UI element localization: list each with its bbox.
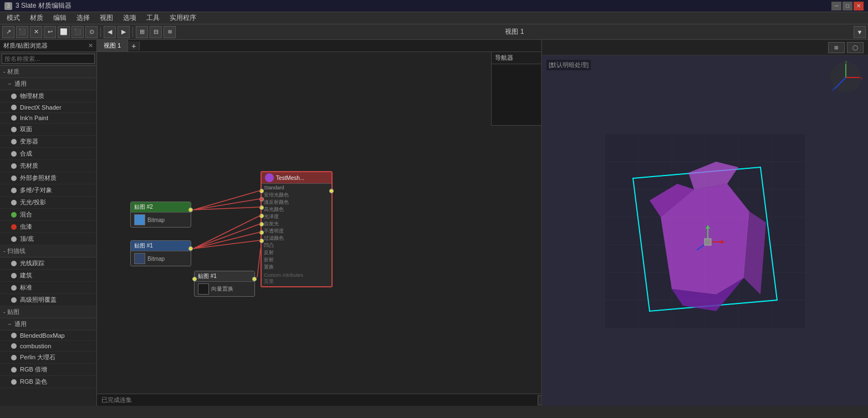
node-input-port-2[interactable] [259, 197, 264, 202]
menu-select[interactable]: 选择 [72, 12, 94, 24]
list-item[interactable]: 虫漆 [0, 221, 96, 233]
list-item[interactable]: 高级照明覆盖 [0, 294, 96, 306]
toolbar-btn-5[interactable]: ⬜ [58, 26, 70, 38]
node-output-port[interactable] [188, 246, 193, 251]
menu-edit[interactable]: 编辑 [49, 12, 71, 24]
section-scanline[interactable]: - 扫描线 [0, 245, 96, 257]
mat-dot [11, 176, 17, 181]
mat-dot [11, 151, 17, 157]
viewport-3d[interactable]: [默认明暗处理] X Y Z [542, 55, 868, 406]
menu-material[interactable]: 材质 [25, 12, 48, 24]
toolbar-btn-8[interactable]: ◀ [104, 26, 116, 38]
node-input-port-3[interactable] [259, 205, 264, 210]
list-item[interactable]: Ink'n Paint [0, 113, 96, 123]
mat-dot [11, 343, 17, 349]
list-item[interactable]: 变形器 [0, 136, 96, 148]
menu-options[interactable]: 选项 [119, 12, 141, 24]
list-item[interactable]: Perlin 大理石 [0, 352, 96, 364]
toolbar-btn-6[interactable]: ⬛ [72, 26, 84, 38]
mat-dot [11, 139, 17, 145]
list-item[interactable]: 外部参照材质 [0, 172, 96, 184]
toolbar-separator-1 [100, 27, 101, 37]
toolbar-btn-10[interactable]: ⊞ [136, 26, 148, 38]
mat-dot [11, 200, 17, 205]
mat-dot [11, 333, 17, 338]
node-output-port[interactable] [252, 277, 257, 281]
list-item[interactable]: 合成 [0, 148, 96, 160]
node-input-port-6[interactable] [259, 230, 264, 235]
minimize-button[interactable]: ─ [831, 2, 841, 11]
list-item[interactable]: 多维/子对象 [0, 184, 96, 197]
toolbar-btn-1[interactable]: ↗ [2, 26, 14, 38]
mat-dot [11, 115, 17, 121]
mat-dot [11, 163, 17, 169]
list-item[interactable]: 物理材质 [0, 90, 96, 102]
node-bitmap1[interactable]: 贴图 #1 Bitmap [130, 240, 191, 266]
list-item[interactable]: RGB 染色 [0, 376, 96, 388]
mat-dot [11, 285, 17, 291]
mat-dot [11, 188, 17, 193]
viewport-panel: ⊞ ◯ [默认明暗处理] X Y Z [541, 40, 868, 406]
menu-view[interactable]: 视图 [95, 12, 118, 24]
svg-line-0 [193, 190, 261, 210]
toolbar-btn-4[interactable]: ↩ [44, 26, 56, 38]
section-material[interactable]: - 材质 [0, 66, 96, 78]
list-item[interactable]: 混合 [0, 209, 96, 221]
subsection-maps-general[interactable]: － 通用 [0, 318, 96, 331]
node-input-port-4[interactable] [259, 214, 264, 218]
list-item[interactable]: 壳材质 [0, 160, 96, 172]
node-thumbnail [198, 283, 209, 295]
maximize-button[interactable]: □ [843, 2, 852, 11]
axis-svg: X Y Z [829, 61, 862, 94]
mat-dot [11, 236, 17, 242]
svg-line-1 [193, 199, 261, 210]
toolbar-separator-2 [132, 27, 133, 37]
node-output-port[interactable] [329, 189, 334, 193]
toolbar-btn-2[interactable]: ⬛ [16, 26, 28, 38]
node-displacement[interactable]: 贴图 #1 向量置换 [194, 271, 255, 297]
toolbar-btn-12[interactable]: ≋ [164, 26, 176, 38]
menu-bar: 模式 材质 编辑 选择 视图 选项 工具 实用程序 [0, 12, 868, 24]
search-input[interactable] [2, 54, 95, 64]
toolbar-btn-9[interactable]: ▶ [118, 26, 130, 38]
list-item[interactable]: 标准 [0, 282, 96, 294]
list-item[interactable]: 光线跟踪 [0, 257, 96, 270]
list-item[interactable]: 双面 [0, 123, 96, 136]
node-testmesh[interactable]: TestMesh... Standard 安培光颜色 漫反射颜色 高光颜色 光泽… [261, 171, 333, 287]
material-list: - 材质 － 通用 物理材质 DirectX Shader Ink'n Pain… [0, 66, 96, 406]
svg-line-3 [193, 215, 261, 249]
svg-rect-42 [704, 239, 711, 245]
list-item[interactable]: BlendedBoxMap [0, 331, 96, 341]
mat-dot [11, 367, 17, 373]
menu-tools[interactable]: 工具 [142, 12, 164, 24]
menu-utilities[interactable]: 实用程序 [165, 12, 201, 24]
node-input-port-1[interactable] [259, 189, 264, 193]
list-item[interactable]: combustion [0, 341, 96, 352]
mat-dot [11, 297, 17, 303]
mat-dot [11, 355, 17, 360]
list-item[interactable]: 无光/投影 [0, 197, 96, 209]
node-input-port[interactable] [192, 277, 197, 281]
toolbar-btn-11[interactable]: ⊟ [150, 26, 162, 38]
list-item[interactable]: RGB 倍增 [0, 364, 96, 376]
close-button[interactable]: ✕ [854, 2, 864, 11]
svg-line-2 [193, 207, 261, 210]
list-item[interactable]: DirectX Shader [0, 102, 96, 113]
tab-view1[interactable]: 视图 1 [97, 40, 128, 51]
add-view-button[interactable]: + [128, 42, 140, 50]
toolbar-btn-3[interactable]: ✕ [30, 26, 42, 38]
section-maps[interactable]: - 贴图 [0, 306, 96, 318]
list-item[interactable]: 顶/底 [0, 233, 96, 245]
node-output-port[interactable] [188, 208, 193, 212]
viewport-icon-1: ⊞ [828, 42, 845, 53]
toolbar-dropdown[interactable]: ▼ [854, 26, 866, 38]
menu-mode[interactable]: 模式 [2, 12, 24, 24]
viewport-top-bar: ⊞ ◯ [542, 40, 868, 55]
toolbar-btn-7[interactable]: ⊙ [85, 26, 98, 38]
subsection-general[interactable]: － 通用 [0, 78, 96, 90]
node-input-port-5[interactable] [259, 222, 264, 226]
list-item[interactable]: 建筑 [0, 270, 96, 282]
panel-close-button[interactable]: ✕ [88, 42, 93, 49]
node-bitmap2[interactable]: 贴图 #2 Bitmap [130, 202, 191, 228]
node-input-port-7[interactable] [259, 239, 264, 243]
